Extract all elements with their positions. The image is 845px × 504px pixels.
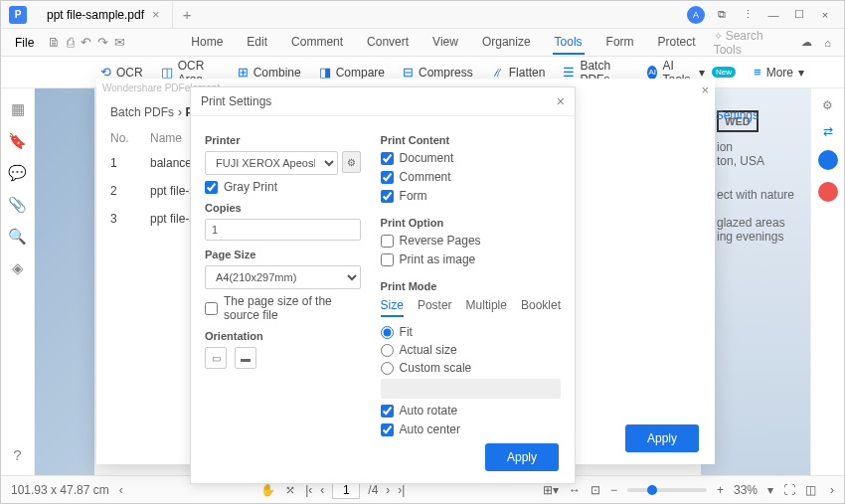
left-rail: ▦ 🔖 💬 📎 🔍 ◈ ? — [1, 88, 35, 475]
layers-icon[interactable]: ◈ — [12, 259, 24, 277]
maximize-icon[interactable]: ☐ — [790, 6, 808, 24]
tab-protect[interactable]: Protect — [656, 31, 698, 55]
file-menu[interactable]: File — [9, 34, 40, 52]
tab-home[interactable]: Home — [189, 31, 225, 55]
document-preview-snippet: WED ion ton, USA ect with nature glazed … — [717, 110, 806, 244]
fit-radio[interactable]: Fit — [381, 325, 561, 339]
mode-multiple-tab[interactable]: Multiple — [466, 298, 507, 317]
mode-size-tab[interactable]: Size — [381, 298, 404, 317]
user-avatar[interactable]: A — [687, 6, 705, 24]
close-window-icon[interactable]: × — [816, 6, 834, 24]
print-as-image-checkbox[interactable]: Print as image — [381, 252, 561, 266]
help-icon[interactable]: ? — [13, 446, 21, 463]
redo-icon[interactable]: ↷ — [97, 35, 108, 50]
search-icon[interactable]: 🔍 — [8, 228, 27, 246]
tab-organize[interactable]: Organize — [480, 31, 533, 55]
zoom-in-icon[interactable]: + — [717, 483, 724, 497]
tab-form[interactable]: Form — [604, 31, 636, 55]
save-icon[interactable]: 🗎 — [48, 35, 61, 50]
search-tools[interactable]: ✧ Search Tools — [714, 29, 790, 57]
menu-icon[interactable]: ⋮ — [739, 6, 757, 24]
select-tool-icon[interactable]: ⤱ — [285, 483, 295, 497]
last-page-icon[interactable]: ›| — [398, 483, 405, 497]
auto-rotate-checkbox[interactable]: Auto rotate — [381, 404, 561, 418]
zoom-out-icon[interactable]: − — [610, 483, 617, 497]
send-icon[interactable]: ✉ — [114, 35, 125, 50]
ocr-icon: ⟲ — [100, 65, 111, 80]
minimize-icon[interactable]: — — [764, 6, 782, 24]
zoom-value[interactable]: 33% — [734, 483, 758, 497]
auto-center-checkbox[interactable]: Auto center — [381, 422, 561, 436]
new-tab-button[interactable]: + — [173, 6, 202, 23]
tab-edit[interactable]: Edit — [245, 31, 269, 55]
bookmarks-icon[interactable]: 🔖 — [8, 132, 27, 150]
more-icon: ≡ — [754, 65, 761, 80]
prev-page-edge-icon[interactable]: ‹ — [119, 483, 123, 497]
dialog-title: Print Settings — [201, 94, 271, 108]
flatten-button[interactable]: ⫽Flatten — [491, 65, 546, 80]
document-tab[interactable]: ppt file-sample.pdf × — [35, 1, 173, 28]
zoom-slider[interactable] — [627, 488, 707, 492]
mode-poster-tab[interactable]: Poster — [418, 298, 452, 317]
tab-convert[interactable]: Convert — [365, 31, 411, 55]
landscape-button[interactable]: ▬ — [235, 347, 256, 369]
compare-button[interactable]: ◨Compare — [319, 65, 385, 80]
first-page-icon[interactable]: |‹ — [305, 483, 312, 497]
translate-icon[interactable] — [818, 182, 838, 202]
copies-input[interactable] — [205, 219, 361, 241]
hand-tool-icon[interactable]: ✋ — [260, 483, 275, 497]
more-button[interactable]: ≡More▾ — [754, 65, 804, 80]
fit-width-icon[interactable]: ↔ — [569, 483, 581, 497]
reverse-pages-checkbox[interactable]: Reverse Pages — [381, 234, 561, 248]
ocr-button[interactable]: ⟲OCR — [100, 65, 143, 80]
thumbnails-icon[interactable]: ▦ — [11, 100, 25, 118]
printer-settings-icon[interactable]: ⚙ — [342, 151, 361, 173]
combine-button[interactable]: ⊞Combine — [238, 65, 301, 80]
print-apply-button[interactable]: Apply — [485, 443, 559, 471]
attachments-icon[interactable]: 📎 — [8, 196, 27, 214]
fit-page-icon[interactable]: ⊡ — [591, 483, 600, 497]
comments-icon[interactable]: 💬 — [8, 164, 27, 182]
fullscreen-icon[interactable]: ⛶ — [783, 483, 795, 497]
next-page-edge-icon[interactable]: › — [830, 483, 834, 497]
tab-view[interactable]: View — [430, 31, 460, 55]
mode-booklet-tab[interactable]: Booklet — [521, 298, 561, 317]
custom-scale-radio[interactable]: Custom scale — [381, 361, 561, 375]
gray-print-checkbox[interactable]: Gray Print — [205, 180, 361, 194]
content-document-checkbox[interactable]: Document — [381, 151, 561, 165]
portrait-button[interactable]: ▭ — [205, 347, 227, 369]
source-page-checkbox[interactable]: The page size of the source file — [205, 294, 361, 322]
breadcrumb-root[interactable]: Batch PDFs — [110, 105, 174, 119]
ai-assistant-icon[interactable] — [818, 150, 838, 170]
pagesize-select[interactable]: A4(210x297mm) — [205, 265, 361, 289]
batch-apply-button[interactable]: Apply — [625, 424, 699, 452]
close-tab-icon[interactable]: × — [152, 7, 160, 22]
tab-comment[interactable]: Comment — [289, 31, 345, 55]
printer-label: Printer — [205, 134, 361, 146]
settings-link[interactable]: Settings — [716, 108, 759, 122]
batch-close-icon[interactable]: × — [701, 83, 709, 97]
pagesize-label: Page Size — [205, 249, 361, 260]
option-label: Print Option — [381, 217, 561, 229]
swap-icon[interactable]: ⇄ — [823, 124, 833, 138]
reading-mode-icon[interactable]: ◫ — [805, 483, 816, 497]
content-comment-checkbox[interactable]: Comment — [381, 170, 561, 184]
print-icon[interactable]: ⎙ — [67, 35, 75, 50]
zoom-thumb[interactable] — [647, 485, 657, 495]
properties-icon[interactable]: ⚙ — [822, 98, 833, 112]
undo-icon[interactable]: ↶ — [81, 35, 91, 50]
content-form-checkbox[interactable]: Form — [381, 189, 561, 203]
view-mode-icon[interactable]: ⊞▾ — [543, 483, 559, 497]
cloud-icon[interactable]: ☁ — [798, 34, 815, 52]
actual-size-radio[interactable]: Actual size — [381, 343, 561, 357]
home-icon[interactable]: ⌂ — [819, 34, 836, 52]
compress-button[interactable]: ⊟Compress — [403, 65, 473, 80]
dialog-close-icon[interactable]: × — [557, 93, 565, 109]
printer-select[interactable]: FUJI XEROX ApeosPort-VI C3370 — [205, 151, 338, 175]
tab-tools[interactable]: Tools — [553, 31, 585, 55]
next-page-icon[interactable]: › — [386, 483, 390, 497]
page-preview-left — [35, 88, 94, 475]
prev-page-icon[interactable]: ‹ — [320, 483, 324, 497]
ai-icon: AI — [647, 66, 657, 80]
share-icon[interactable]: ⧉ — [713, 6, 731, 24]
